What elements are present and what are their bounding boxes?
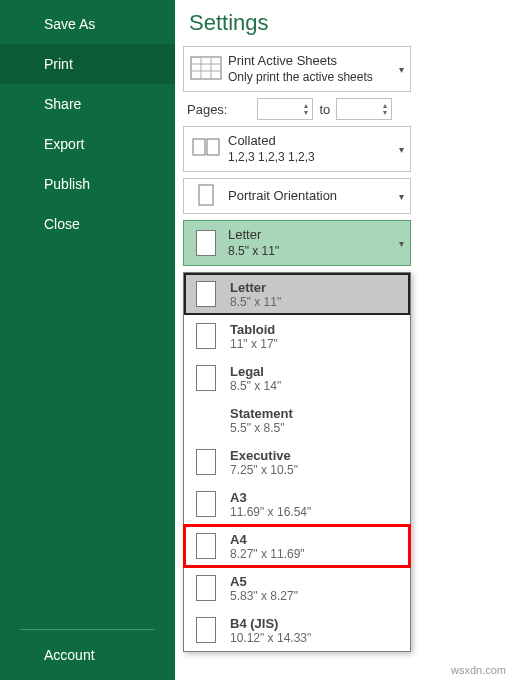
paper-icon: [192, 617, 220, 643]
paper-option-dims: 8.5" x 14": [230, 379, 281, 393]
paper-option-info: A55.83" x 8.27": [230, 574, 298, 603]
dd-title: Collated: [228, 133, 404, 149]
dd-sub: 1,2,3 1,2,3 1,2,3: [228, 150, 404, 165]
portrait-icon: [190, 183, 222, 209]
nav-spacer: [0, 244, 175, 629]
paper-option-info: Executive7.25" x 10.5": [230, 448, 298, 477]
settings-heading: Settings: [189, 10, 512, 36]
dd-title: Letter: [228, 227, 404, 243]
nav-divider: [20, 629, 155, 630]
paper-icon: [192, 281, 220, 307]
paper-size-dropdown[interactable]: Letter 8.5" x 11" ▾: [183, 220, 411, 266]
paper-icon: [192, 491, 220, 517]
caret-icon: ▾: [399, 191, 404, 202]
paper-option-name: B4 (JIS): [230, 616, 311, 631]
spinner-icon: ▴▾: [383, 102, 387, 116]
nav-label: Print: [44, 56, 73, 72]
paper-text: Letter 8.5" x 11": [228, 227, 404, 258]
paper-option-info: B4 (JIS)10.12" x 14.33": [230, 616, 311, 645]
svg-rect-0: [191, 57, 221, 79]
paper-option-name: Tabloid: [230, 322, 278, 337]
caret-icon: ▾: [399, 64, 404, 75]
orientation-text: Portrait Orientation: [228, 188, 404, 204]
paper-option-dims: 5.5" x 8.5": [230, 421, 293, 435]
paper-option-legal[interactable]: Legal8.5" x 14": [184, 357, 410, 399]
nav-share[interactable]: Share: [0, 84, 175, 124]
paper-option-dims: 10.12" x 14.33": [230, 631, 311, 645]
nav-label: Save As: [44, 16, 95, 32]
paper-icon: [192, 365, 220, 391]
nav-label: Export: [44, 136, 84, 152]
nav-publish[interactable]: Publish: [0, 164, 175, 204]
nav-label: Publish: [44, 176, 90, 192]
paper-option-info: Tabloid11" x 17": [230, 322, 278, 351]
paper-icon: [192, 323, 220, 349]
orientation-dropdown[interactable]: Portrait Orientation ▾: [183, 178, 411, 214]
paper-option-info: A48.27" x 11.69": [230, 532, 305, 561]
paper-option-name: A4: [230, 532, 305, 547]
paper-option-a4[interactable]: A48.27" x 11.69": [184, 525, 410, 567]
dd-sub: 8.5" x 11": [228, 244, 404, 259]
paper-icon: [192, 575, 220, 601]
paper-option-a3[interactable]: A311.69" x 16.54": [184, 483, 410, 525]
paper-option-dims: 11" x 17": [230, 337, 278, 351]
paper-option-statement[interactable]: Statement5.5" x 8.5": [184, 399, 410, 441]
pages-label: Pages:: [187, 102, 227, 117]
watermark: wsxdn.com: [451, 664, 506, 676]
svg-rect-5: [193, 139, 205, 155]
dd-title: Portrait Orientation: [228, 188, 404, 204]
dd-sub: Only print the active sheets: [228, 70, 404, 85]
paper-size-popup: Letter8.5" x 11"Tabloid11" x 17"Legal8.5…: [183, 272, 411, 652]
svg-rect-6: [207, 139, 219, 155]
pages-from-input[interactable]: ▴▾: [257, 98, 313, 120]
paper-option-info: Legal8.5" x 14": [230, 364, 281, 393]
paper-icon: [192, 533, 220, 559]
caret-icon: ▾: [399, 238, 404, 249]
nav-print[interactable]: Print: [0, 44, 175, 84]
paper-option-executive[interactable]: Executive7.25" x 10.5": [184, 441, 410, 483]
paper-option-dims: 7.25" x 10.5": [230, 463, 298, 477]
nav-save-as[interactable]: Save As: [0, 4, 175, 44]
paper-option-name: Letter: [230, 280, 281, 295]
nav-label: Account: [44, 647, 95, 663]
paper-option-tabloid[interactable]: Tabloid11" x 17": [184, 315, 410, 357]
collated-text: Collated 1,2,3 1,2,3 1,2,3: [228, 133, 404, 164]
pages-to-input[interactable]: ▴▾: [336, 98, 392, 120]
paper-option-dims: 8.5" x 11": [230, 295, 281, 309]
paper-option-name: Statement: [230, 406, 293, 421]
caret-icon: ▾: [399, 144, 404, 155]
paper-icon: [190, 230, 222, 256]
collated-icon: [190, 136, 222, 162]
settings-panel: Settings Print Active Sheets Only print …: [175, 0, 512, 680]
nav-account[interactable]: Account: [0, 640, 175, 680]
paper-option-dims: 5.83" x 8.27": [230, 589, 298, 603]
nav-label: Share: [44, 96, 81, 112]
nav-label: Close: [44, 216, 80, 232]
paper-option-info: A311.69" x 16.54": [230, 490, 311, 519]
paper-option-info: Statement5.5" x 8.5": [230, 406, 293, 435]
spinner-icon: ▴▾: [304, 102, 308, 116]
paper-option-name: A5: [230, 574, 298, 589]
paper-option-dims: 8.27" x 11.69": [230, 547, 305, 561]
paper-option-info: Letter8.5" x 11": [230, 280, 281, 309]
paper-icon: [192, 449, 220, 475]
dd-title: Print Active Sheets: [228, 53, 404, 69]
pages-to-label: to: [319, 102, 330, 117]
print-area-icon: [190, 56, 222, 82]
print-area-dropdown[interactable]: Print Active Sheets Only print the activ…: [183, 46, 411, 92]
print-area-text: Print Active Sheets Only print the activ…: [228, 53, 404, 84]
paper-option-b4-jis-[interactable]: B4 (JIS)10.12" x 14.33": [184, 609, 410, 651]
collation-dropdown[interactable]: Collated 1,2,3 1,2,3 1,2,3 ▾: [183, 126, 411, 172]
paper-option-dims: 11.69" x 16.54": [230, 505, 311, 519]
paper-option-a5[interactable]: A55.83" x 8.27": [184, 567, 410, 609]
paper-option-name: Legal: [230, 364, 281, 379]
svg-rect-7: [199, 185, 213, 205]
paper-option-name: A3: [230, 490, 311, 505]
pages-row: Pages: ▴▾ to ▴▾: [187, 98, 512, 120]
backstage-sidebar: Save As Print Share Export Publish Close…: [0, 0, 175, 680]
paper-option-name: Executive: [230, 448, 298, 463]
nav-export[interactable]: Export: [0, 124, 175, 164]
nav-close[interactable]: Close: [0, 204, 175, 244]
paper-option-letter[interactable]: Letter8.5" x 11": [184, 273, 410, 315]
